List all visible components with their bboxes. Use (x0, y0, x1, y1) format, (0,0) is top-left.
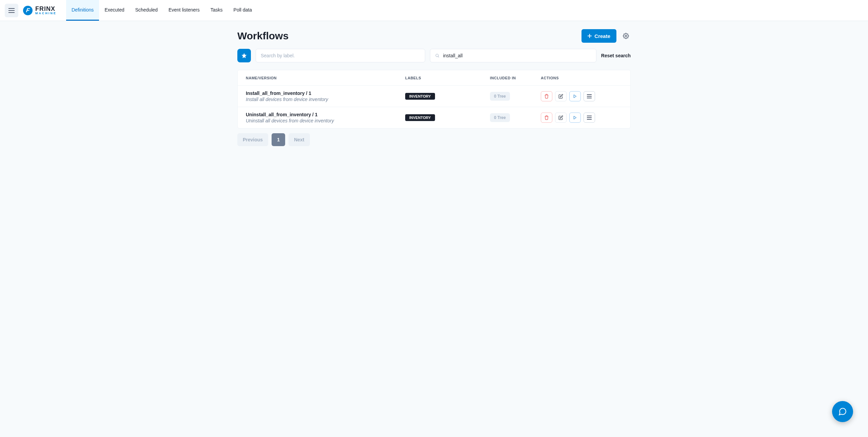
cell-name: Install_all_from_inventory / 1 Install a… (246, 91, 405, 102)
workflow-name[interactable]: Install_all_from_inventory / 1 (246, 91, 405, 96)
label-pill[interactable]: INVENTORY (405, 114, 435, 121)
hamburger-menu-button[interactable] (5, 4, 18, 17)
gear-icon (623, 33, 629, 39)
star-icon (241, 53, 247, 59)
tab-scheduled[interactable]: Scheduled (130, 0, 163, 21)
tab-definitions[interactable]: Definitions (66, 0, 99, 21)
cell-included: 0 Tree (490, 92, 541, 101)
cell-labels: INVENTORY (405, 114, 490, 121)
search-row: Reset search (237, 49, 631, 62)
logo-icon (23, 6, 33, 15)
chat-fab[interactable] (832, 401, 853, 422)
tab-poll-data[interactable]: Poll data (228, 0, 257, 21)
edit-button[interactable] (555, 113, 567, 123)
search-keyword-input[interactable] (443, 53, 591, 58)
cell-name: Uninstall_all_from_inventory / 1 Uninsta… (246, 112, 405, 123)
pagination-page-1[interactable]: 1 (272, 133, 285, 146)
logo-text: FRINX MACHINE (35, 6, 57, 15)
tab-tasks[interactable]: Tasks (205, 0, 228, 21)
main-content: Workflows Create Reset search NAME/VERSI… (234, 29, 634, 146)
pagination-next[interactable]: Next (289, 133, 310, 146)
tree-pill[interactable]: 0 Tree (490, 113, 510, 122)
play-button[interactable] (569, 91, 581, 101)
cell-included: 0 Tree (490, 113, 541, 122)
page-header: Workflows Create (237, 29, 631, 43)
create-button-label: Create (594, 33, 610, 39)
brand-logo[interactable]: FRINX MACHINE (23, 6, 57, 15)
search-label-input[interactable] (261, 53, 420, 58)
edit-icon (558, 115, 563, 120)
table-row: Install_all_from_inventory / 1 Install a… (238, 86, 630, 107)
page-title: Workflows (237, 30, 289, 42)
workflows-table: NAME/VERSION LABELS INCLUDED IN ACTIONS … (237, 70, 631, 128)
more-button[interactable] (584, 113, 595, 123)
edit-icon (558, 94, 563, 99)
brand-name: FRINX (35, 6, 57, 12)
hamburger-icon (8, 8, 15, 13)
page-header-actions: Create (581, 29, 631, 43)
col-included: INCLUDED IN (490, 76, 541, 80)
col-actions: ACTIONS (541, 76, 622, 80)
delete-button[interactable] (541, 113, 552, 123)
list-icon (587, 116, 592, 120)
tree-pill[interactable]: 0 Tree (490, 92, 510, 101)
pagination-prev[interactable]: Previous (237, 133, 268, 146)
cell-labels: INVENTORY (405, 93, 490, 100)
tab-event-listeners[interactable]: Event listeners (163, 0, 205, 21)
col-labels: LABELS (405, 76, 490, 80)
settings-button[interactable] (621, 31, 631, 41)
trash-icon (544, 115, 549, 120)
favorites-button[interactable] (237, 49, 251, 62)
search-by-keyword[interactable] (430, 49, 596, 62)
table-row: Uninstall_all_from_inventory / 1 Uninsta… (238, 107, 630, 128)
svg-point-0 (625, 35, 627, 37)
edit-button[interactable] (555, 91, 567, 101)
cell-actions (541, 113, 622, 123)
tab-executed[interactable]: Executed (99, 0, 130, 21)
svg-point-1 (436, 54, 439, 57)
plus-icon (588, 34, 592, 38)
table-header: NAME/VERSION LABELS INCLUDED IN ACTIONS (238, 70, 630, 86)
label-pill[interactable]: INVENTORY (405, 93, 435, 100)
workflow-desc: Uninstall all devices from device invent… (246, 118, 405, 123)
more-button[interactable] (584, 91, 595, 101)
search-by-label[interactable] (256, 49, 425, 62)
nav-tabs: Definitions Executed Scheduled Event lis… (66, 0, 257, 21)
cell-actions (541, 91, 622, 101)
brand-sub: MACHINE (35, 12, 57, 15)
workflow-desc: Install all devices from device inventor… (246, 97, 405, 102)
chat-icon (838, 407, 847, 416)
pagination: Previous 1 Next (237, 133, 631, 146)
top-bar: FRINX MACHINE Definitions Executed Sched… (0, 0, 868, 21)
trash-icon (544, 94, 549, 99)
search-icon (435, 53, 439, 58)
play-icon (573, 94, 577, 98)
delete-button[interactable] (541, 91, 552, 101)
workflow-name[interactable]: Uninstall_all_from_inventory / 1 (246, 112, 405, 117)
reset-search-button[interactable]: Reset search (601, 53, 631, 58)
list-icon (587, 94, 592, 98)
col-name: NAME/VERSION (246, 76, 405, 80)
create-button[interactable]: Create (581, 29, 616, 43)
play-icon (573, 116, 577, 120)
play-button[interactable] (569, 113, 581, 123)
